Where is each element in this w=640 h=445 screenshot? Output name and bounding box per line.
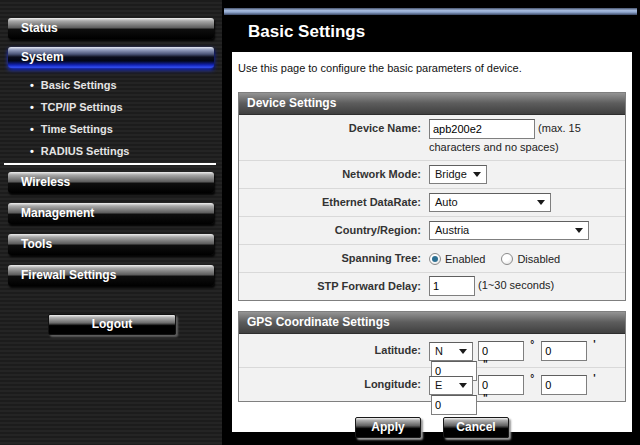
gps-settings-section: GPS Coordinate Settings Latitude: N ° ' xyxy=(238,311,626,402)
spanning-tree-disabled-radio[interactable] xyxy=(501,253,513,265)
latitude-degrees-input[interactable] xyxy=(478,341,524,361)
latitude-label: Latitude: xyxy=(239,334,427,367)
sidebar: Status System •Basic Settings •TCP/IP Se… xyxy=(0,0,222,445)
page-title: Basic Settings xyxy=(248,22,365,42)
degree-mark: ° xyxy=(530,373,534,384)
longitude-row: Longitude: E ° ' " xyxy=(239,367,625,401)
dropdown-arrow-icon xyxy=(473,172,481,177)
network-mode-row: Network Mode: Bridge xyxy=(239,160,625,188)
second-mark: " xyxy=(483,393,488,404)
sidebar-item-wireless[interactable]: Wireless xyxy=(8,172,214,193)
latitude-row: Latitude: N ° ' " xyxy=(239,334,625,367)
cancel-button[interactable]: Cancel xyxy=(443,417,509,438)
country-region-label: Country/Region: xyxy=(239,217,427,244)
latitude-minutes-input[interactable] xyxy=(541,341,587,361)
dropdown-arrow-icon xyxy=(537,200,545,205)
apply-button[interactable]: Apply xyxy=(355,417,421,438)
network-mode-label: Network Mode: xyxy=(239,161,427,188)
country-region-select[interactable]: Austria xyxy=(429,221,589,240)
stp-forward-delay-label: STP Forward Delay: xyxy=(239,273,427,300)
bullet-icon: • xyxy=(30,79,34,91)
stp-forward-delay-input[interactable] xyxy=(429,276,475,296)
device-settings-header: Device Settings xyxy=(239,93,625,115)
system-submenu: •Basic Settings •TCP/IP Settings •Time S… xyxy=(0,74,222,162)
device-name-row: Device Name: (max. 15 characters and no … xyxy=(239,115,625,160)
longitude-direction-value: E xyxy=(435,377,442,394)
dropdown-arrow-icon xyxy=(459,349,467,354)
spanning-tree-enabled-radio[interactable] xyxy=(429,253,441,265)
bullet-icon: • xyxy=(30,123,34,135)
second-mark: " xyxy=(483,359,488,370)
spanning-tree-row: Spanning Tree: EnabledDisabled xyxy=(239,244,625,272)
submenu-item-tcpip-settings[interactable]: •TCP/IP Settings xyxy=(0,96,222,118)
minute-mark: ' xyxy=(593,339,595,350)
submenu-label: Time Settings xyxy=(41,123,113,135)
country-region-value: Austria xyxy=(435,222,469,239)
sidebar-item-management[interactable]: Management xyxy=(8,203,214,224)
content-area: Use this page to configure the basic par… xyxy=(232,52,632,432)
dropdown-arrow-icon xyxy=(575,228,583,233)
sidebar-separator xyxy=(4,163,216,165)
device-name-label: Device Name: xyxy=(239,115,427,160)
degree-mark: ° xyxy=(530,339,534,350)
latitude-direction-value: N xyxy=(435,343,443,360)
submenu-label: TCP/IP Settings xyxy=(41,101,123,113)
longitude-minutes-input[interactable] xyxy=(541,375,587,395)
dropdown-arrow-icon xyxy=(459,383,467,388)
spanning-tree-disabled-label: Disabled xyxy=(517,253,560,265)
network-mode-value: Bridge xyxy=(435,166,467,183)
longitude-degrees-input[interactable] xyxy=(478,375,524,395)
longitude-label: Longitude: xyxy=(239,368,427,401)
ethernet-datarate-label: Ethernet DataRate: xyxy=(239,189,427,216)
network-mode-select[interactable]: Bridge xyxy=(429,165,487,184)
ethernet-datarate-select[interactable]: Auto xyxy=(429,193,551,212)
submenu-item-basic-settings[interactable]: •Basic Settings xyxy=(0,74,222,96)
ethernet-datarate-row: Ethernet DataRate: Auto xyxy=(239,188,625,216)
sidebar-item-tools[interactable]: Tools xyxy=(8,234,214,255)
spanning-tree-label: Spanning Tree: xyxy=(239,245,427,272)
sidebar-item-status[interactable]: Status xyxy=(8,18,214,39)
sidebar-item-firewall-settings[interactable]: Firewall Settings xyxy=(8,265,214,286)
spanning-tree-enabled-label: Enabled xyxy=(445,253,485,265)
device-name-input[interactable] xyxy=(429,119,535,139)
longitude-direction-select[interactable]: E xyxy=(429,376,473,395)
router-admin-page: Status System •Basic Settings •TCP/IP Se… xyxy=(0,0,640,445)
page-description: Use this page to configure the basic par… xyxy=(232,52,632,84)
main-panel: Basic Settings Use this page to configur… xyxy=(222,0,640,445)
stp-forward-delay-row: STP Forward Delay: (1~30 seconds) xyxy=(239,272,625,300)
submenu-label: RADIUS Settings xyxy=(41,145,130,157)
logout-button[interactable]: Logout xyxy=(48,314,176,335)
longitude-seconds-input[interactable] xyxy=(431,395,477,415)
ethernet-datarate-value: Auto xyxy=(435,194,458,211)
device-settings-section: Device Settings Device Name: (max. 15 ch… xyxy=(238,92,626,301)
top-accent-bar xyxy=(224,8,637,15)
latitude-direction-select[interactable]: N xyxy=(429,342,473,361)
country-region-row: Country/Region: Austria xyxy=(239,216,625,244)
submenu-label: Basic Settings xyxy=(41,79,117,91)
gps-settings-header: GPS Coordinate Settings xyxy=(239,312,625,334)
bullet-icon: • xyxy=(30,145,34,157)
action-button-row: Apply Cancel xyxy=(232,417,632,438)
bullet-icon: • xyxy=(30,101,34,113)
minute-mark: ' xyxy=(593,373,595,384)
submenu-item-radius-settings[interactable]: •RADIUS Settings xyxy=(0,140,222,162)
submenu-item-time-settings[interactable]: •Time Settings xyxy=(0,118,222,140)
stp-forward-delay-note: (1~30 seconds) xyxy=(478,279,554,291)
sidebar-item-system[interactable]: System xyxy=(8,47,214,68)
